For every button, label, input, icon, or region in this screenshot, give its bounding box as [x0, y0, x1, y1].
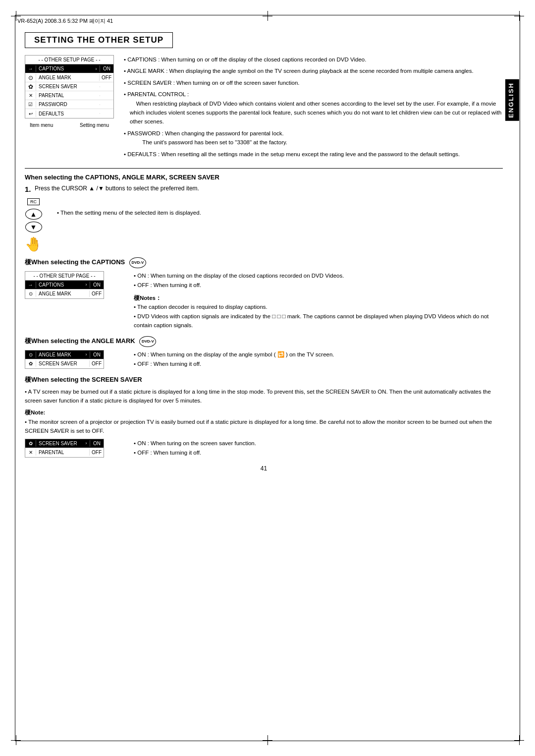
- item-menu-label: Item menu: [30, 122, 53, 128]
- ss-screen-value: ON: [90, 440, 104, 447]
- descriptions-area: • CAPTIONS : When turning on or off the …: [124, 55, 503, 161]
- captions-angle-label: ANGLE MARK: [36, 291, 82, 297]
- captions-note-1: • The caption decoder is required to dis…: [134, 302, 503, 311]
- captions-off-text: • OFF : When turning it off.: [134, 281, 503, 291]
- divider-1: [25, 168, 503, 169]
- screen-saver-note-label: 榎Note:: [25, 409, 45, 415]
- desc-angle-mark: • ANGLE MARK : When displaying the angle…: [124, 66, 503, 75]
- step1-text: Press the CURSOR ▲ /▼ buttons to select …: [35, 185, 199, 192]
- captions-angle-value: OFF: [89, 291, 104, 297]
- rc-down-button[interactable]: ▼: [25, 222, 42, 233]
- captions-menu-label: CAPTIONS: [36, 282, 83, 288]
- setting-menu-label: Setting menu: [80, 122, 109, 128]
- remote-illustration: RC ▲ ▼ 🤚: [25, 198, 42, 252]
- screen-saver-icon: ✿: [25, 83, 36, 91]
- defaults-value: [100, 113, 113, 114]
- captions-kanji: 榎: [25, 258, 31, 266]
- captions-icon: →: [25, 65, 36, 72]
- captions-arrow: ›: [93, 66, 100, 71]
- captions-subheading: 榎When selecting the CAPTIONS DVD-V: [25, 257, 503, 268]
- desc-password: • PASSWORD : When changing the password …: [124, 129, 503, 147]
- desc-defaults: • DEFAULTS : When resetting all the sett…: [124, 150, 503, 159]
- screen-saver-main-note: • A TV screen may be burned out if a sta…: [25, 387, 503, 406]
- password-value: [100, 104, 113, 105]
- captions-desc-col: • ON : When turning on the display of th…: [134, 271, 503, 330]
- rc-label: RC: [27, 198, 40, 205]
- captions-label: CAPTIONS: [36, 65, 93, 72]
- captions-menu-row-angle[interactable]: ⊙ ANGLE MARK OFF: [25, 290, 104, 298]
- other-setup-menu: - - OTHER SETUP PAGE - - → CAPTIONS › ON…: [25, 55, 114, 118]
- angle-on-text: • ON : When turning on the display of th…: [134, 350, 503, 360]
- captions-menu-value: ON: [90, 282, 104, 288]
- ss-parental-value: OFF: [89, 449, 104, 456]
- angle-mark-two-col: ⊙ ANGLE MARK › ON ✿ SCREEN SAVER OFF • O…: [25, 350, 503, 369]
- menu-row-password[interactable]: ☑ PASSWORD: [25, 100, 113, 109]
- english-sidebar: ENGLISH: [505, 79, 519, 121]
- remote-area: RC ▲ ▼ 🤚 • Then the setting menu of the …: [25, 198, 503, 252]
- screen-saver-heading-text: When selecting the SCREEN SAVER: [31, 376, 142, 383]
- angle-mark-icon: ⊙: [25, 74, 36, 82]
- screen-saver-menu-col: ✿ SCREEN SAVER › ON ✕ PARENTAL OFF: [25, 439, 124, 458]
- ss-parental-label: PARENTAL: [36, 449, 82, 456]
- ss-screen-arrow: ›: [83, 441, 90, 446]
- angle-menu-label: ANGLE MARK: [36, 351, 83, 358]
- menu-row-parental[interactable]: ✕ PARENTAL: [25, 91, 113, 100]
- angle-mark-menu-row-angle[interactable]: ⊙ ANGLE MARK › ON: [25, 350, 104, 359]
- desc-screen-saver: • SCREEN SAVER : When turning on or off …: [124, 78, 503, 87]
- angle-screen-value: OFF: [89, 360, 104, 367]
- rc-hand-icon: 🤚: [25, 236, 42, 252]
- password-label: PASSWORD: [36, 101, 93, 108]
- angle-menu-value: ON: [90, 351, 104, 358]
- main-content: SETTING THE OTHER SETUP - - OTHER SETUP …: [25, 27, 503, 731]
- angle-mark-value: OFF: [99, 74, 113, 81]
- remote-note: • Then the setting menu of the selected …: [57, 198, 201, 217]
- angle-menu-icon: ⊙: [25, 351, 36, 358]
- rc-up-button[interactable]: ▲: [25, 209, 42, 220]
- menu-row-angle-mark[interactable]: ⊙ ANGLE MARK OFF: [25, 73, 113, 82]
- angle-menu-arrow: ›: [83, 352, 90, 357]
- ss-menu-row-parental[interactable]: ✕ PARENTAL OFF: [25, 448, 104, 457]
- screen-saver-subheading: 榎When selecting the SCREEN SAVER: [25, 375, 503, 384]
- angle-mark-subheading: 榎When selecting the ANGLE MARK DVD-V: [25, 336, 503, 347]
- angle-screen-label: SCREEN SAVER: [36, 360, 82, 367]
- step1-number: 1.: [25, 185, 32, 193]
- parental-value: [100, 95, 113, 96]
- captions-value: ON: [100, 65, 113, 72]
- angle-mark-label: ANGLE MARK: [36, 74, 92, 81]
- menu-header: - - OTHER SETUP PAGE - -: [25, 56, 113, 64]
- ss-parental-icon: ✕: [25, 449, 36, 456]
- password-icon: ☑: [25, 101, 36, 108]
- captions-menu-row-captions[interactable]: → CAPTIONS › ON: [25, 281, 104, 290]
- screen-saver-two-col: ✿ SCREEN SAVER › ON ✕ PARENTAL OFF • ON …: [25, 439, 503, 458]
- ss-screen-icon: ✿: [25, 440, 36, 447]
- angle-mark-menu-row-screen[interactable]: ✿ SCREEN SAVER OFF: [25, 359, 104, 368]
- menu-row-captions[interactable]: → CAPTIONS › ON: [25, 64, 113, 73]
- page-border-left: [15, 15, 15, 741]
- captions-menu-col: - - OTHER SETUP PAGE - - → CAPTIONS › ON…: [25, 271, 124, 330]
- menu-row-defaults[interactable]: ↩ DEFAULTS: [25, 109, 113, 118]
- captions-menu-arrow: ›: [83, 282, 90, 287]
- page-border-right: [520, 15, 520, 741]
- captions-on-text: • ON : When turning on the display of th…: [134, 271, 503, 281]
- model-info: VR-652(A) 2008.3.6 5:32 PM 페이지 41: [17, 17, 113, 25]
- menu-row-screen-saver[interactable]: ✿ SCREEN SAVER: [25, 82, 113, 91]
- page-number: 41: [25, 465, 503, 472]
- angle-mark-menu-box: ⊙ ANGLE MARK › ON ✿ SCREEN SAVER OFF: [25, 350, 104, 369]
- screen-saver-label: SCREEN SAVER: [36, 83, 93, 90]
- ss-menu-row-screen[interactable]: ✿ SCREEN SAVER › ON: [25, 439, 104, 448]
- captions-notes-label: 榎Notes：: [134, 295, 161, 301]
- crosshair-bottom-middle: [263, 735, 272, 745]
- screen-saver-menu-box: ✿ SCREEN SAVER › ON ✕ PARENTAL OFF: [25, 439, 104, 458]
- screen-saver-kanji: 榎: [25, 376, 31, 383]
- captions-menu-box: - - OTHER SETUP PAGE - - → CAPTIONS › ON…: [25, 271, 104, 299]
- crosshair-bottom-right: [514, 735, 524, 745]
- angle-screen-icon: ✿: [25, 360, 36, 367]
- screen-saver-subsection: 榎When selecting the SCREEN SAVER • A TV …: [25, 375, 503, 458]
- dvdv-badge-captions: DVD-V: [129, 257, 146, 268]
- captions-note-2: • DVD Videos with caption signals are in…: [134, 312, 503, 330]
- section-title: SETTING THE OTHER SETUP: [34, 35, 163, 45]
- captions-subsection: 榎When selecting the CAPTIONS DVD-V - - O…: [25, 257, 503, 330]
- step1: 1. Press the CURSOR ▲ /▼ buttons to sele…: [25, 185, 503, 193]
- angle-mark-kanji: 榎: [25, 337, 31, 345]
- angle-mark-menu-col: ⊙ ANGLE MARK › ON ✿ SCREEN SAVER OFF: [25, 350, 124, 369]
